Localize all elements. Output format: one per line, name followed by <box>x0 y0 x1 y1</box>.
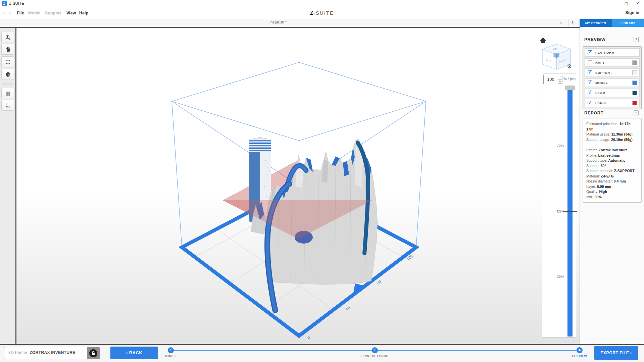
percent-sign: % <box>563 77 567 81</box>
slider-25-label: 25% <box>547 274 564 278</box>
report-line: Support type: Automatic <box>586 158 641 163</box>
maximize-icon[interactable]: ▢ <box>621 0 631 7</box>
layer-row-support[interactable]: SUPPORT <box>585 68 640 77</box>
axis-label: 80 <box>376 279 382 286</box>
preview-panel: PREVIEW ? PLATFORM RAFT SUPPORT MODEL <box>580 27 644 344</box>
scale-decrement-button[interactable]: − <box>558 79 562 84</box>
pan-tool-button[interactable] <box>1 44 14 55</box>
layer-visibility-group: PLATFORM RAFT SUPPORT MODEL SEAM <box>583 46 642 109</box>
model-checkbox[interactable] <box>588 81 592 85</box>
preview-section-title: PREVIEW <box>584 37 605 42</box>
3d-viewport[interactable]: 0 40 80 120 TOP LEFT FRONT <box>16 28 580 344</box>
minimize-icon[interactable]: – <box>608 0 618 7</box>
app-icon: Z <box>2 1 7 6</box>
seam-checkbox[interactable] <box>588 91 592 95</box>
menu-support[interactable]: Support <box>45 11 61 15</box>
layer-label: MODEL <box>595 81 608 85</box>
pause-layer-button[interactable] <box>1 88 14 99</box>
document-tab[interactable]: heart.stl * <box>0 20 557 24</box>
slider-50-label: 50% <box>547 210 564 214</box>
report-line: Estimated print time: 1d 17h 17m <box>586 121 637 132</box>
step-print-settings-label: PRINT SETTINGS <box>351 354 398 358</box>
raft-color-swatch[interactable] <box>632 60 637 65</box>
logo-z: Z <box>310 10 313 16</box>
layer-row-raft[interactable]: RAFT <box>585 58 640 67</box>
export-file-button[interactable]: EXPORT FILE › <box>594 346 638 360</box>
toolbar-separator <box>2 84 13 84</box>
printer-lock-button[interactable] <box>87 347 100 359</box>
step-print-settings[interactable] <box>372 347 378 353</box>
printer-selector[interactable]: 3D Printer: ZORTRAX INVENTURE <box>4 347 100 359</box>
report-section-title: REPORT <box>584 110 603 115</box>
menu-file[interactable]: File <box>17 11 24 15</box>
rotate-tool-button[interactable] <box>1 56 14 67</box>
tab-library[interactable]: LIBRARY <box>612 19 644 27</box>
raft-checkbox[interactable] <box>588 60 592 65</box>
tab-my-devices[interactable]: MY DEVICES <box>580 19 612 27</box>
document-tabstrip: heart.stl * × + <box>0 19 580 27</box>
tab-separator <box>568 19 569 27</box>
menu-view[interactable]: View <box>66 11 76 15</box>
pause-color-swatch[interactable] <box>632 101 637 105</box>
report-line: Layer: 0.09 mm <box>586 184 641 190</box>
home-icon[interactable] <box>540 37 546 43</box>
menu-model[interactable]: Model <box>28 11 40 15</box>
scale-input[interactable]: 100 <box>543 75 558 84</box>
layer-label: PLATFORM <box>595 51 614 54</box>
report-line: Material usage: 11.36m (34g) <box>586 132 637 137</box>
step-model[interactable] <box>168 347 174 353</box>
pause-checkbox[interactable] <box>588 101 592 105</box>
lock-icon <box>89 349 97 357</box>
3d-scene: 0 40 80 120 TOP LEFT FRONT <box>16 28 580 344</box>
hand-icon <box>5 46 11 52</box>
report-line: Infill: 50% <box>586 195 641 200</box>
support-checkbox[interactable] <box>588 70 592 75</box>
new-tab-button[interactable]: + <box>571 19 574 25</box>
model-color-swatch[interactable] <box>632 81 637 85</box>
pause-layer-marker[interactable] <box>563 211 577 212</box>
tab-close-icon[interactable]: × <box>560 20 562 25</box>
zoom-tool-button[interactable] <box>1 32 14 43</box>
sign-in-link[interactable]: Sign in <box>625 10 639 15</box>
layer-row-model[interactable]: MODEL <box>585 79 640 87</box>
scale-unit-label: % / pcs <box>563 77 576 81</box>
report-line: Support: 60° <box>586 163 641 169</box>
nav-back-icon[interactable]: ‹ <box>3 10 5 16</box>
view-cube[interactable]: TOP LEFT FRONT <box>542 44 571 69</box>
layer-row-platform[interactable]: PLATFORM <box>585 48 640 57</box>
preview-help-button[interactable]: ? <box>634 37 639 42</box>
pcs-label: / pcs <box>567 77 576 81</box>
step-preview[interactable] <box>577 347 583 353</box>
view-cube-corner <box>554 53 559 58</box>
layer-label: RAFT <box>595 61 605 64</box>
zsuite-logo: Z-SUITE <box>0 10 644 16</box>
math-operations-icon <box>5 102 11 108</box>
gear-icon[interactable]: ⚙ <box>567 63 572 70</box>
layer-slider-panel: 100 + − % / pcs 75% 50% 25% <box>542 73 576 338</box>
layer-label: SEAM <box>595 91 605 95</box>
layer-slider-track[interactable] <box>567 90 573 337</box>
layer-slider-handle[interactable] <box>565 86 575 90</box>
report-line: Material: Z-PETG <box>586 174 641 179</box>
step-model-label: MODEL <box>147 354 194 358</box>
view-mode-button[interactable] <box>1 69 14 80</box>
layer-settings-button[interactable] <box>1 100 14 111</box>
report-help-button[interactable]: ? <box>634 110 639 115</box>
layer-row-pause[interactable]: PAUSE <box>585 99 640 107</box>
support-color-swatch[interactable] <box>632 70 637 75</box>
bottom-bar-divider <box>105 348 105 357</box>
nav-forward-icon[interactable]: › <box>9 10 11 16</box>
magnifier-plus-icon <box>5 35 11 41</box>
platform-checkbox[interactable] <box>588 50 592 55</box>
seam-color-swatch[interactable] <box>632 91 637 95</box>
axis-label: 0 <box>306 335 311 340</box>
menu-bar: ‹ › File Model Support View Help Z-SUITE… <box>0 7 644 19</box>
viewport-toolbar <box>0 28 16 344</box>
report-stats: Estimated print time: 1d 17h 17m Materia… <box>586 121 637 142</box>
scale-increment-button[interactable]: + <box>558 75 562 79</box>
layer-row-seam[interactable]: SEAM <box>585 89 640 97</box>
report-line: Support usage: 20.19m (59g) <box>586 137 637 143</box>
close-icon[interactable]: × <box>633 0 643 7</box>
menu-help[interactable]: Help <box>79 11 88 15</box>
slider-75-label: 75% <box>547 143 564 147</box>
